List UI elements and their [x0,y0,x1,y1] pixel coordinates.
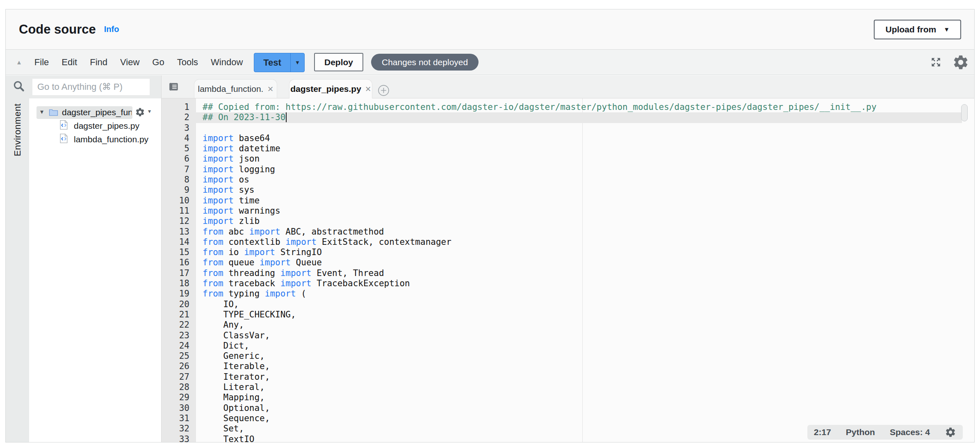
environment-strip[interactable]: Environment [6,98,29,442]
test-dropdown-caret-icon[interactable]: ▼ [290,53,304,72]
code-line[interactable]: 17from threading import Event, Thread [162,268,974,278]
line-number: 1 [162,102,196,112]
settings-gear-icon[interactable] [952,54,969,71]
line-number: 31 [162,413,196,424]
code-text [196,123,203,133]
tree-files: dagster_pipes.pylambda_function.py [29,119,161,146]
folder-icon [49,108,58,118]
code-line[interactable]: 1## Copied from: https://raw.githubuserc… [162,102,974,112]
code-line[interactable]: 27 Iterator, [162,372,974,382]
deploy-button[interactable]: Deploy [314,53,363,71]
code-text: from contextlib import ExitStack, contex… [196,237,451,247]
code-line[interactable]: 20 IO, [162,299,974,310]
tab-lambda_function.[interactable]: lambda_function.× [194,79,277,98]
code-line[interactable]: 2## On 2023-11-30 [162,112,962,123]
code-text: Iterable, [196,361,270,372]
tree-gear-caret-icon[interactable]: ▾ [148,108,151,114]
code-line[interactable]: 8import os [162,175,974,185]
folder-expand-caret-icon[interactable]: ▾ [40,108,43,116]
code-line[interactable]: 24 Dict, [162,341,974,351]
code-line[interactable]: 10import time [162,196,974,206]
file-label: dagster_pipes.py [74,121,139,131]
code-line[interactable]: 28 Literal, [162,382,974,392]
code-line[interactable]: 9import sys [162,185,974,195]
code-line[interactable]: 25 Generic, [162,351,974,361]
code-line[interactable]: 5import datetime [162,144,974,154]
menu-item-view[interactable]: View [120,57,139,68]
statusbar-gear-icon[interactable] [945,426,956,438]
tree-item-dagster_pipes.py[interactable]: dagster_pipes.py [29,119,161,132]
code-text: Literal, [196,382,265,392]
code-text: from abc import ABC, abstractmethod [196,227,384,237]
test-split-button[interactable]: Test ▼ [254,53,305,72]
code-line[interactable]: 6import json [162,154,974,164]
tab-dagster_pipes.py[interactable]: dagster_pipes.py× [289,79,372,98]
ide-content: Environment ▾ dagster_pipes_funct [6,75,974,442]
code-line[interactable]: 19from typing import ( [162,289,974,299]
file-explorer-panel: Environment ▾ dagster_pipes_funct [6,75,162,442]
code-line[interactable]: 23 ClassVar, [162,331,974,341]
code-line[interactable]: 3 [162,123,974,133]
file-label: lambda_function.py [74,135,148,144]
collapse-panel-icon[interactable]: ▲ [16,59,22,66]
line-number: 22 [162,320,196,330]
indent-setting[interactable]: Spaces: 4 [890,427,930,437]
code-line[interactable]: 12import zlib [162,216,974,226]
code-line[interactable]: 26 Iterable, [162,361,974,372]
code-line[interactable]: 22 Any, [162,320,974,330]
vertical-scrollbar[interactable] [961,104,968,121]
code-text: import warnings [196,206,280,216]
code-line[interactable]: 31 Sequence, [162,413,974,424]
test-button[interactable]: Test [254,53,290,72]
info-link[interactable]: Info [104,25,119,34]
menu-item-find[interactable]: Find [90,57,107,68]
code-text: from queue import Queue [196,258,322,268]
fullscreen-icon[interactable] [930,57,941,68]
code-line[interactable]: 7import logging [162,164,974,175]
tab-close-icon[interactable]: × [365,84,371,94]
line-number: 8 [162,175,196,185]
new-tab-plus-icon[interactable] [378,84,390,98]
tree-folder-row[interactable]: ▾ dagster_pipes_funct ▾ [29,106,161,119]
explorer-body: Environment ▾ dagster_pipes_funct [6,98,161,442]
tree-settings-gear-icon[interactable] [135,107,145,119]
chevron-down-icon: ▼ [944,26,950,32]
menu-item-go[interactable]: Go [152,57,164,68]
language-mode[interactable]: Python [846,427,875,437]
menu-item-window[interactable]: Window [211,57,243,68]
code-line[interactable]: 11import warnings [162,206,974,216]
upload-from-button[interactable]: Upload from ▼ [874,20,961,39]
code-line[interactable]: 16from queue import Queue [162,258,974,268]
code-editor[interactable]: 1## Copied from: https://raw.githubuserc… [162,98,974,442]
code-line[interactable]: 29 Mapping, [162,392,974,403]
line-number: 10 [162,196,196,206]
tree-item-lambda_function.py[interactable]: lambda_function.py [29,132,161,146]
editor-column: lambda_function.×dagster_pipes.py× 1## C… [162,75,974,442]
search-icon[interactable] [13,80,25,94]
menu-items: FileEditFindViewGoToolsWindow [34,57,243,68]
tab-close-icon[interactable]: × [267,84,273,94]
code-text: ## Copied from: https://raw.githubuserco… [196,102,877,112]
menu-item-tools[interactable]: Tools [177,57,198,68]
code-line[interactable]: 30 Optional, [162,403,974,413]
menu-item-file[interactable]: File [34,57,49,68]
tab-list-icon[interactable] [168,81,179,94]
code-line[interactable]: 4import base64 [162,133,974,144]
goto-anything-input[interactable] [32,79,150,95]
code-lines: 1## Copied from: https://raw.githubuserc… [162,102,974,442]
code-text: Set, [196,424,244,434]
code-text: import sys [196,185,254,195]
line-number: 19 [162,289,196,299]
code-line[interactable]: 14from contextlib import ExitStack, cont… [162,237,974,247]
code-line[interactable]: 21 TYPE_CHECKING, [162,310,974,320]
line-number: 12 [162,216,196,226]
code-text: from typing import ( [196,289,306,299]
code-text: Mapping, [196,392,265,403]
code-line[interactable]: 15from io import StringIO [162,247,974,258]
menu-item-edit[interactable]: Edit [62,57,77,68]
code-line[interactable]: 13from abc import ABC, abstractmethod [162,227,974,237]
code-line[interactable]: 18from traceback import TracebackExcepti… [162,278,974,289]
code-text: import time [196,196,260,206]
line-number: 18 [162,278,196,289]
cursor-position[interactable]: 2:17 [814,427,831,437]
